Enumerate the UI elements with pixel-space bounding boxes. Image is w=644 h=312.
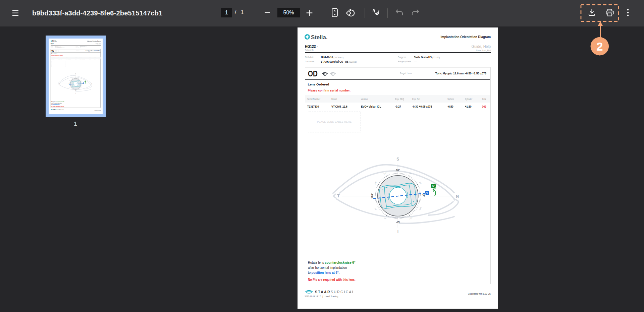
svg-text:2: 2 (596, 40, 603, 53)
